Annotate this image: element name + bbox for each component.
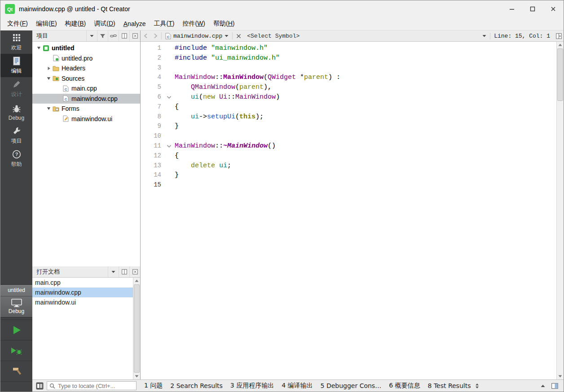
menu-item-6[interactable]: 工具(T) [150, 17, 179, 30]
document-item[interactable]: mainwindow.ui [32, 297, 133, 307]
project-icon [42, 44, 50, 52]
menu-item-8[interactable]: 帮助(H) [209, 17, 238, 30]
tree-item-headers[interactable]: Headers [32, 63, 140, 74]
close-panel-button[interactable] [129, 30, 140, 41]
pane-overflow-icon[interactable] [475, 383, 479, 389]
filter-button[interactable] [97, 30, 108, 41]
line-number: 12 [141, 151, 163, 161]
open-documents-panel: 打开文档 main.cppmainwindow.cppmainwindow.ui [32, 266, 140, 379]
open-documents-list: main.cppmainwindow.cppmainwindow.ui [32, 278, 140, 379]
expander-right-icon[interactable] [45, 66, 52, 70]
menu-item-2[interactable]: 编辑(E) [32, 17, 61, 30]
output-pane-2[interactable]: 2 Search Results [170, 382, 222, 389]
locator[interactable] [47, 381, 137, 390]
fold-gutter [163, 112, 175, 122]
caret-down-button[interactable] [86, 30, 97, 41]
kit-selector[interactable]: untitled Debug [0, 284, 32, 318]
mode-debug[interactable]: Debug [0, 100, 32, 124]
expander-down-icon[interactable] [45, 107, 52, 110]
collapse-panel-icon[interactable] [541, 384, 545, 388]
token-plain: ( [235, 113, 239, 121]
menu-item-3[interactable]: 构建(B) [61, 17, 90, 30]
token-plain: -> [199, 113, 207, 121]
start-debugging-button[interactable] [0, 340, 32, 361]
mode-welcome[interactable]: 欢迎 [0, 30, 32, 54]
sidebar-toggle-icon[interactable] [36, 382, 44, 390]
code-line: 10 [141, 131, 556, 141]
code-editor[interactable]: 1#include "mainwindow.h"2#include "ui_ma… [141, 42, 564, 379]
mode-projects[interactable]: 项目 [0, 124, 32, 147]
fold-marker-icon[interactable] [163, 141, 175, 151]
close-icon [551, 6, 556, 12]
run-button[interactable] [0, 319, 32, 340]
menu-item-1[interactable]: 文件(F) [3, 17, 32, 30]
tree-item-mainwindow-cpp[interactable]: Cmainwindow.cpp [32, 94, 140, 104]
documents-scrollbar[interactable] [133, 278, 140, 379]
tree-item-main-cpp[interactable]: Cmain.cpp [32, 83, 140, 94]
tree-item-label: main.cpp [71, 85, 97, 92]
locator-input[interactable] [57, 382, 134, 390]
open-file-selector[interactable]: C mainwindow.cpp [163, 33, 231, 39]
token-plain [215, 93, 219, 101]
scroll-down-icon[interactable] [557, 373, 564, 379]
close-button[interactable] [543, 0, 564, 17]
output-pane-5[interactable]: 5 Debugger Cons… [321, 382, 382, 389]
output-pane-7[interactable]: 8 Test Results [428, 382, 471, 389]
scroll-down-icon[interactable] [133, 373, 140, 379]
cpp-file-icon: C [165, 33, 171, 39]
code-text: } [175, 122, 179, 131]
document-item[interactable]: mainwindow.cpp [32, 287, 133, 297]
menu-item-5[interactable]: Analyze [119, 18, 150, 30]
output-panel-icon[interactable] [551, 383, 558, 389]
tree-item-untitled[interactable]: untitled [32, 43, 140, 53]
code-line: 4MainWindow::MainWindow(QWidget *parent)… [141, 73, 556, 83]
build-button[interactable] [0, 361, 32, 382]
expander-down-icon[interactable] [35, 46, 42, 50]
maximize-button[interactable] [522, 0, 543, 17]
menu-item-7[interactable]: 控件(W) [178, 17, 209, 30]
token-type: MainWindow [235, 93, 276, 101]
output-pane-4[interactable]: 4 编译输出 [282, 382, 313, 390]
mode-help[interactable]: ?帮助 [0, 147, 32, 170]
kit-target: Debug [0, 296, 32, 317]
split-icon [122, 269, 127, 274]
output-pane-3[interactable]: 3 应用程序输出 [230, 382, 274, 390]
mode-design[interactable]: 设计 [0, 77, 32, 100]
profile-icon [52, 55, 60, 62]
back-icon[interactable] [141, 30, 150, 41]
scrollbar-thumb[interactable] [134, 284, 140, 373]
split-button[interactable] [119, 30, 129, 41]
split-editor-icon[interactable] [554, 30, 564, 41]
caret-down-button[interactable] [108, 266, 119, 277]
close-panel-button[interactable] [129, 266, 140, 277]
mode-label: 项目 [11, 137, 22, 145]
editor-scrollbar[interactable] [556, 42, 564, 379]
split-button[interactable] [119, 266, 129, 277]
fold-marker-icon[interactable] [163, 92, 175, 102]
minimize-button[interactable] [502, 0, 522, 17]
token-type: MainWindow [175, 142, 215, 150]
projects-icon [12, 126, 21, 136]
output-pane-1[interactable]: 1 问题 [144, 382, 163, 390]
symbol-selector[interactable]: <Select Symbol> [243, 33, 490, 39]
tree-item-sources[interactable]: Sources [32, 74, 140, 84]
token-plain: () [268, 142, 276, 150]
mode-edit[interactable]: 编辑 [0, 54, 32, 77]
scroll-up-icon[interactable] [557, 42, 564, 48]
tree-item-forms[interactable]: Forms [32, 104, 140, 114]
document-item[interactable]: main.cpp [32, 278, 133, 287]
menu-item-4[interactable]: 调试(D) [90, 17, 119, 30]
link-button[interactable] [108, 30, 119, 41]
expander-down-icon[interactable] [45, 77, 52, 80]
tree-item-mainwindow-ui[interactable]: mainwindow.ui [32, 114, 140, 124]
scroll-up-icon[interactable] [133, 278, 140, 284]
token-plain [175, 83, 191, 91]
output-pane-6[interactable]: 6 概要信息 [389, 382, 420, 390]
tree-item-untitled-pro[interactable]: untitled.pro [32, 53, 140, 64]
code-line: 2#include "ui_mainwindow.h" [141, 53, 556, 63]
close-document-icon[interactable] [234, 30, 243, 41]
scrollbar-thumb[interactable] [557, 48, 563, 101]
token-plain: ) [276, 93, 280, 101]
qt-creator-window: Qt mainwindow.cpp @ untitled - Qt Creato… [0, 0, 564, 392]
forward-icon[interactable] [150, 30, 160, 41]
